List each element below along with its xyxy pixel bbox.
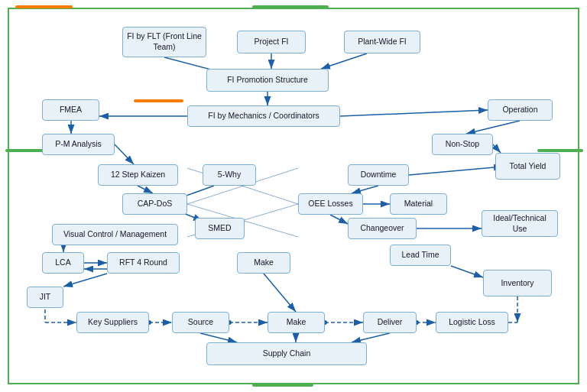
box-nonstop: Non-Stop xyxy=(432,134,493,155)
box-source: Source xyxy=(172,312,229,333)
box-supply_chain: Supply Chain xyxy=(206,342,367,365)
box-pm_analysis: P-M Analysis xyxy=(42,134,115,155)
box-fi_flt: FI by FLT (Front Line Team) xyxy=(122,27,206,57)
label-system xyxy=(252,5,329,8)
label-level2 xyxy=(15,5,73,8)
box-capdos: CAP-DoS xyxy=(122,193,187,215)
label-area xyxy=(252,384,313,387)
label-losses xyxy=(537,149,583,152)
box-plant_fi: Plant-Wide FI xyxy=(344,31,420,53)
box-rft4: RFT 4 Round xyxy=(107,252,180,274)
box-lca: LCA xyxy=(42,252,84,274)
svg-line-30 xyxy=(63,274,107,287)
svg-line-11 xyxy=(493,144,501,153)
svg-line-12 xyxy=(115,144,134,164)
box-oee_losses: OEE Losses xyxy=(298,193,363,215)
box-5why: 5-Why xyxy=(203,164,256,186)
box-smed: SMED xyxy=(195,218,245,239)
svg-line-16 xyxy=(352,186,378,193)
svg-line-5 xyxy=(321,53,367,69)
svg-line-43 xyxy=(200,333,237,342)
box-changeover: Changeover xyxy=(348,218,417,239)
box-make_top: Make xyxy=(237,252,290,274)
svg-line-18 xyxy=(330,215,348,224)
box-fi_promo: FI Promotion Structure xyxy=(206,69,329,92)
box-fmea: FMEA xyxy=(42,99,99,121)
svg-line-15 xyxy=(409,167,503,175)
box-inventory: Inventory xyxy=(483,270,552,296)
box-logistic_loss: Logistic Loss xyxy=(436,312,508,333)
box-total_yield: Total Yield xyxy=(495,153,560,180)
svg-line-29 xyxy=(264,274,296,312)
box-12step: 12 Step Kaizen xyxy=(98,164,178,186)
svg-line-10 xyxy=(466,121,520,134)
svg-line-28 xyxy=(451,266,483,277)
box-operation: Operation xyxy=(488,99,553,121)
box-key_suppliers: Key Suppliers xyxy=(76,312,149,333)
box-make_bottom: Make xyxy=(268,312,325,333)
box-project_fi: Project FI xyxy=(237,31,306,53)
box-jit: JIT xyxy=(27,287,63,308)
svg-line-13 xyxy=(138,186,153,193)
arrows-svg xyxy=(0,0,587,392)
svg-line-45 xyxy=(352,333,390,342)
box-downtime: Downtime xyxy=(348,164,409,186)
box-ideal_tech: Ideal/Technical Use xyxy=(482,210,558,237)
box-deliver: Deliver xyxy=(363,312,417,333)
box-lead_time: Lead Time xyxy=(390,245,451,266)
label-tools xyxy=(5,149,47,152)
box-fi_mech: FI by Mechanics / Coordinators xyxy=(187,105,340,127)
label-level1 xyxy=(134,99,183,102)
box-material: Material xyxy=(390,193,447,215)
box-visual_ctrl: Visual Control / Management xyxy=(52,224,178,245)
svg-line-7 xyxy=(340,110,488,116)
diagram-container: FI by FLT (Front Line Team)Project FIPla… xyxy=(0,0,587,392)
